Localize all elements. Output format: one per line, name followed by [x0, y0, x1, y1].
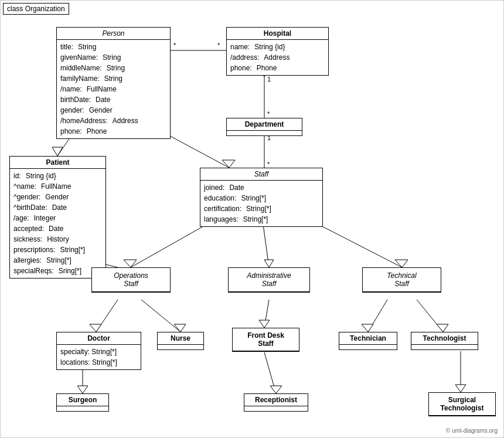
class-surgical-tech-title: SurgicalTechnologist [429, 393, 495, 416]
svg-marker-28 [259, 320, 270, 328]
svg-marker-24 [90, 324, 101, 332]
class-operations-staff: OperationsStaff [91, 267, 171, 293]
class-technician: Technician [339, 332, 397, 350]
class-staff-attrs: joined:Date education:String[*] certific… [200, 181, 322, 226]
class-doctor-title: Doctor [57, 332, 141, 345]
class-person: Person title:String givenName:String mid… [56, 27, 171, 139]
class-department-title: Department [227, 118, 302, 131]
class-receptionist-title: Receptionist [244, 394, 308, 406]
svg-text:1: 1 [267, 76, 271, 83]
svg-marker-11 [52, 147, 63, 156]
svg-text:*: * [267, 110, 270, 117]
class-tech-staff-title: TechnicalStaff [363, 268, 441, 292]
diagram-title: class Organization [3, 3, 69, 15]
class-staff-title: Staff [200, 168, 322, 181]
class-staff: Staff joined:Date education:String[*] ce… [200, 168, 323, 227]
class-ops-title: OperationsStaff [92, 268, 170, 292]
diagram-container: class Organization * * 1 * 1 * * * [0, 0, 504, 438]
class-surgeon: Surgeon [56, 393, 109, 412]
class-surgical-tech: SurgicalTechnologist [428, 392, 496, 416]
svg-marker-34 [77, 386, 88, 393]
svg-marker-18 [124, 260, 137, 267]
svg-marker-20 [264, 260, 274, 267]
svg-text:*: * [173, 42, 176, 49]
svg-marker-22 [395, 260, 408, 267]
svg-marker-30 [362, 324, 373, 332]
class-doctor: Doctor specialty: String[*] locations: S… [56, 332, 141, 370]
class-person-title: Person [57, 28, 170, 40]
class-patient-title: Patient [10, 157, 105, 169]
class-nurse: Nurse [157, 332, 204, 350]
svg-line-35 [264, 352, 276, 393]
svg-text:*: * [217, 42, 220, 49]
svg-line-31 [417, 300, 443, 332]
svg-text:*: * [267, 161, 270, 168]
class-patient-attrs: id:String {id} ^name:FullName ^gender:Ge… [10, 169, 105, 278]
svg-marker-38 [455, 385, 466, 392]
class-person-attrs: title:String givenName:String middleName… [57, 40, 170, 138]
class-department: Department [226, 118, 302, 136]
class-surgeon-title: Surgeon [57, 394, 108, 406]
class-front-desk: Front DeskStaff [232, 328, 299, 352]
class-doctor-attrs: specialty: String[*] locations: String[*… [57, 345, 141, 369]
svg-line-29 [368, 300, 387, 332]
class-admin-staff: AdministrativeStaff [228, 267, 310, 293]
class-admin-title: AdministrativeStaff [229, 268, 309, 292]
class-patient: Patient id:String {id} ^name:FullName ^g… [9, 156, 106, 279]
class-technologist-title: Technologist [411, 332, 478, 345]
class-hospital-title: Hospital [227, 28, 328, 40]
svg-marker-32 [437, 324, 448, 332]
class-hospital: Hospital name:String {id} /address:Addre… [226, 27, 329, 76]
copyright: © uml-diagrams.org [446, 427, 498, 434]
svg-marker-13 [222, 160, 235, 168]
class-hospital-attrs: name:String {id} /address:Address phone:… [227, 40, 328, 75]
class-technical-staff: TechnicalStaff [362, 267, 441, 293]
class-nurse-title: Nurse [158, 332, 203, 345]
class-receptionist: Receptionist [244, 393, 308, 412]
class-technologist: Technologist [411, 332, 478, 350]
svg-line-27 [264, 300, 269, 328]
svg-line-25 [141, 300, 181, 332]
svg-line-23 [96, 300, 118, 332]
class-technician-title: Technician [339, 332, 397, 345]
svg-marker-36 [270, 386, 282, 393]
svg-marker-26 [174, 324, 186, 332]
class-front-desk-title: Front DeskStaff [233, 328, 299, 351]
